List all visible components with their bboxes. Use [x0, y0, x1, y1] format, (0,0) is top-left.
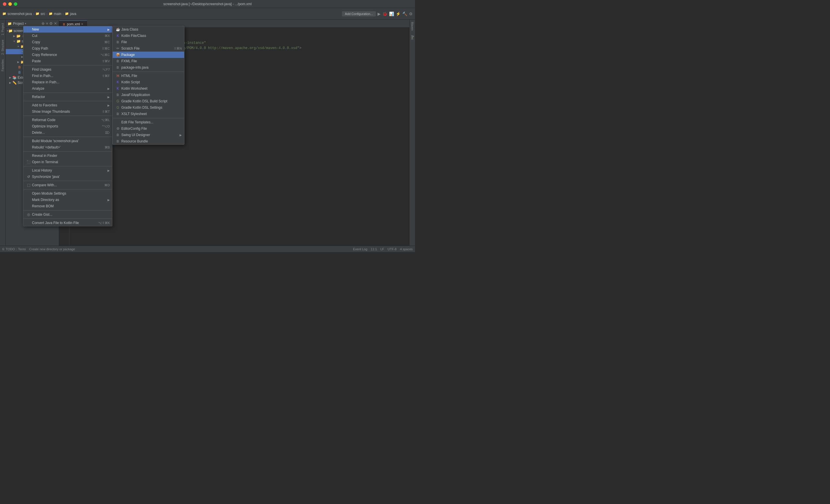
xml-icon: 🗎 — [63, 23, 66, 26]
debug-icon[interactable]: 🐞 — [382, 11, 387, 16]
minimize-button[interactable] — [8, 2, 12, 6]
expand-arrow: ▶ — [8, 76, 12, 79]
expand-arrow: ▶ — [8, 81, 12, 84]
menu-item-create-gist[interactable]: ◎ Create Gist... — [23, 211, 112, 218]
favorites-tab[interactable]: Favorites — [1, 57, 5, 73]
menu-item-replace-in-path[interactable]: Replace in Path... — [23, 79, 112, 85]
close-panel-icon[interactable]: ✕ — [54, 21, 57, 26]
menu-item-rebuild[interactable]: Rebuild '<default>' ⌘B — [23, 144, 112, 151]
menu-label: Rebuild '<default>' — [32, 145, 98, 149]
maven-tab[interactable]: Maven — [410, 20, 414, 33]
collapse-icon[interactable]: ≡ — [46, 21, 48, 26]
menu-item-find-usages[interactable]: Find Usages ⌥F7 — [23, 66, 112, 73]
menu-item-copy-ref[interactable]: Copy Reference ⌥⌘C — [23, 52, 112, 58]
settings-icon[interactable]: ⚙ — [409, 11, 413, 16]
menu-item-delete[interactable]: Delete... ⌦ — [23, 129, 112, 136]
submenu-item-package-info[interactable]: 🗎 package-info.java — [113, 64, 184, 71]
menu-item-new[interactable]: New ▶ — [23, 26, 112, 33]
menu-item-refactor[interactable]: Refactor ▶ — [23, 94, 112, 100]
submenu-item-package[interactable]: 📦 Package — [113, 52, 184, 58]
submenu-item-edit-templates[interactable]: Edit File Templates... — [113, 119, 184, 125]
submenu-item-scratch-file[interactable]: ✏ Scratch File ⇧⌘N — [113, 45, 184, 52]
submenu-item-kotlin-worksheet[interactable]: K Kotlin Worksheet — [113, 85, 184, 92]
menu-item-reveal-finder[interactable]: Reveal in Finder — [23, 153, 112, 159]
panel-dropdown-icon[interactable]: ▾ — [25, 22, 26, 25]
kotlin-worksheet-icon: K — [115, 87, 121, 91]
sync-icon[interactable]: ⊕ — [41, 21, 45, 26]
submenu-item-gradle-kotlin-settings[interactable]: G Gradle Kotlin DSL Settings — [113, 104, 184, 111]
menu-label: Java Class — [121, 27, 182, 31]
maximize-button[interactable] — [14, 2, 17, 6]
todo-label[interactable]: 6: TODO — [2, 247, 15, 251]
menu-item-synchronize[interactable]: ↺ Synchronize 'java' — [23, 174, 112, 180]
menu-item-optimize-imports[interactable]: Optimize Imports ^⌥O — [23, 123, 112, 129]
profile-icon[interactable]: ⚡ — [396, 11, 401, 16]
menu-item-reformat[interactable]: Reformat Code ⌥⌘L — [23, 117, 112, 123]
submenu-item-html-file[interactable]: H HTML File — [113, 73, 184, 79]
menu-item-remove-bom[interactable]: Remove BOM — [23, 203, 112, 209]
menu-label: Copy Path — [32, 46, 95, 51]
submenu-arrow: ▶ — [107, 198, 110, 201]
submenu-item-editorconfig[interactable]: ⚙ EditorConfig File — [113, 125, 184, 132]
indent[interactable]: 4 spaces — [400, 247, 413, 251]
menu-item-analyze[interactable]: Analyze ▶ — [23, 85, 112, 92]
menu-item-open-terminal[interactable]: ⬛ Open in Terminal — [23, 159, 112, 165]
build-icon[interactable]: 🔨 — [402, 11, 407, 16]
menu-shortcut: ⇧⌘V — [102, 59, 110, 63]
close-button[interactable] — [3, 2, 6, 6]
menu-item-build-module[interactable]: Build Module 'screenshot-java' — [23, 138, 112, 144]
menu-item-copy[interactable]: Copy ⌘C — [23, 39, 112, 45]
library-icon: 📚 — [12, 75, 17, 80]
menu-label: Package — [121, 53, 182, 57]
scratches-icon: ✏️ — [12, 81, 17, 85]
menu-item-open-module-settings[interactable]: Open Module Settings — [23, 190, 112, 197]
submenu-item-gradle-kotlin-dsl[interactable]: G Gradle Kotlin DSL Build Script — [113, 98, 184, 104]
submenu-item-swing-ui[interactable]: 🗎 Swing UI Designer ▶ — [113, 132, 184, 138]
menu-label: FXML File — [121, 59, 182, 63]
menu-separator — [23, 137, 112, 137]
package-info-icon: 🗎 — [115, 65, 121, 69]
xml-file-icon: 🗎 — [17, 65, 22, 69]
menu-label: EditorConfig File — [121, 127, 182, 131]
menu-label: Kotlin File/Class — [121, 34, 182, 38]
structure-tab[interactable]: 2: Structure — [1, 37, 5, 57]
menu-item-add-favorites[interactable]: Add to Favorites ▶ — [23, 102, 112, 108]
menu-label: XSLT Stylesheet — [121, 112, 182, 116]
submenu-item-file[interactable]: 🗎 File — [113, 39, 184, 45]
menu-label: Scratch File — [121, 46, 167, 51]
menu-label: Mark Directory as — [32, 198, 105, 202]
sync-icon: ↺ — [26, 175, 31, 179]
event-log[interactable]: Event Log — [353, 247, 368, 251]
submenu-item-resource-bundle[interactable]: 🗎 Resource Bundle — [113, 138, 184, 145]
menu-item-copy-path[interactable]: Copy Path ⇧⌘C — [23, 45, 112, 52]
submenu-item-fxml-file[interactable]: 🗎 FXML File — [113, 58, 184, 64]
menu-label: Resource Bundle — [121, 139, 182, 143]
submenu-item-java-class[interactable]: ☕ Java Class — [113, 26, 184, 33]
tab-close-button[interactable]: ✕ — [81, 23, 83, 26]
submenu-item-javafx[interactable]: 🗎 JavaFXApplication — [113, 92, 184, 98]
submenu-item-kotlin-script[interactable]: K Kotlin Script — [113, 79, 184, 85]
project-tab[interactable]: 1: Project — [1, 21, 5, 37]
menu-item-cut[interactable]: Cut ⌘X — [23, 33, 112, 39]
submenu-item-xslt[interactable]: 🗎 XSLT Stylesheet — [113, 111, 184, 117]
menu-item-paste[interactable]: Paste ⇧⌘V — [23, 58, 112, 64]
line-ending[interactable]: LF — [380, 247, 384, 251]
menu-item-mark-directory[interactable]: Mark Directory as ▶ — [23, 197, 112, 203]
coverage-icon[interactable]: 📊 — [389, 11, 394, 16]
menu-item-compare-with[interactable]: ⬚ Compare With... ⌘D — [23, 182, 112, 188]
terminal-label[interactable]: Termi — [18, 247, 26, 251]
menu-item-find-in-path[interactable]: Find in Path... ⇧⌘F — [23, 73, 112, 79]
add-configuration-button[interactable]: Add Configuration... — [342, 11, 376, 17]
gear-icon[interactable]: ⚙ — [49, 21, 53, 26]
run-icon[interactable]: ▶ — [378, 11, 381, 16]
encoding[interactable]: UTF-8 — [388, 247, 396, 251]
menu-shortcut: ⌥F7 — [102, 68, 110, 71]
menu-item-local-history[interactable]: Local History ▶ — [23, 167, 112, 174]
menu-label: Gradle Kotlin DSL Build Script — [121, 99, 182, 103]
menu-item-convert-kotlin[interactable]: Convert Java File to Kotlin File ⌥⇧⌘K — [23, 220, 112, 226]
menu-label: File — [121, 40, 182, 44]
menu-item-show-thumbnails[interactable]: Show Image Thumbnails ⇧⌘T — [23, 108, 112, 115]
menu-label: Refactor — [32, 95, 105, 99]
submenu-item-kotlin-file[interactable]: K Kotlin File/Class — [113, 33, 184, 39]
submenu-arrow: ▶ — [107, 28, 110, 31]
